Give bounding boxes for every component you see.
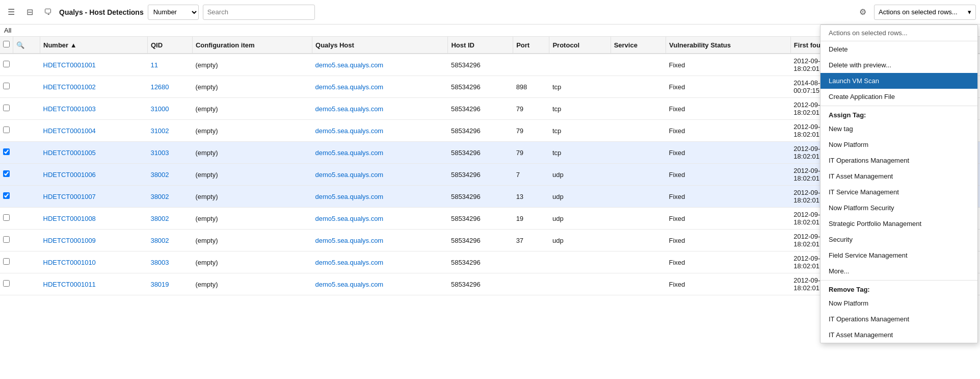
row-number[interactable]: HDETCT0001010 xyxy=(40,251,148,273)
row-checkbox-cell[interactable] xyxy=(0,142,13,164)
row-number[interactable]: HDETCT0001005 xyxy=(40,142,148,164)
search-icon[interactable]: 🔍 xyxy=(16,41,24,49)
row-number[interactable]: HDETCT0001003 xyxy=(40,98,148,120)
row-vuln-status: Fixed xyxy=(666,208,791,230)
row-checkbox[interactable] xyxy=(3,61,10,67)
row-checkbox[interactable] xyxy=(3,192,10,199)
th-port[interactable]: Port xyxy=(513,37,549,54)
row-number[interactable]: HDETCT0001001 xyxy=(40,54,148,76)
menu-item[interactable]: Launch VM Scan xyxy=(820,73,977,89)
th-protocol[interactable]: Protocol xyxy=(549,37,611,54)
row-qid[interactable]: 31003 xyxy=(147,142,192,164)
gear-icon[interactable]: ⚙ xyxy=(856,5,870,19)
select-all-checkbox[interactable] xyxy=(3,41,10,47)
menu-item[interactable]: Delete with preview... xyxy=(820,57,977,73)
row-checkbox-cell[interactable] xyxy=(0,251,13,273)
row-checkbox[interactable] xyxy=(3,214,10,221)
assign-tag-item[interactable]: Now Platform xyxy=(820,137,977,153)
row-qualys-host[interactable]: demo5.sea.qualys.com xyxy=(312,54,448,76)
row-qid[interactable]: 12680 xyxy=(147,76,192,98)
th-host-id[interactable]: Host ID xyxy=(448,37,513,54)
assign-tag-item[interactable]: Field Service Management xyxy=(820,247,977,263)
assign-tag-item[interactable]: Now Platform Security xyxy=(820,200,977,216)
row-checkbox[interactable] xyxy=(3,83,10,89)
assign-tag-item[interactable]: Security xyxy=(820,232,977,247)
assign-tag-item[interactable]: IT Operations Management xyxy=(820,153,977,168)
remove-tag-item[interactable]: IT Operations Management xyxy=(820,311,977,327)
actions-dropdown[interactable]: Actions on selected rows... ▾ xyxy=(874,5,976,20)
th-qualys-host[interactable]: Qualys Host xyxy=(312,37,448,54)
row-number[interactable]: HDETCT0001002 xyxy=(40,76,148,98)
row-checkbox[interactable] xyxy=(3,170,10,177)
th-number[interactable]: Number ▲ xyxy=(40,37,148,54)
row-number[interactable]: HDETCT0001004 xyxy=(40,120,148,142)
assign-tag-item[interactable]: IT Service Management xyxy=(820,184,977,200)
row-empty-cell xyxy=(13,76,40,98)
menu-item[interactable]: Create Application File xyxy=(820,89,977,105)
row-checkbox-cell[interactable] xyxy=(0,54,13,76)
row-qid[interactable]: 38003 xyxy=(147,251,192,273)
assign-tag-item[interactable]: Strategic Portfolio Management xyxy=(820,216,977,232)
assign-tag-item[interactable]: New tag xyxy=(820,121,977,137)
row-protocol: tcp xyxy=(549,120,611,142)
row-checkbox-cell[interactable] xyxy=(0,230,13,251)
row-qualys-host[interactable]: demo5.sea.qualys.com xyxy=(312,273,448,295)
select-all-header[interactable] xyxy=(0,37,13,54)
row-qualys-host[interactable]: demo5.sea.qualys.com xyxy=(312,208,448,230)
row-checkbox-cell[interactable] xyxy=(0,76,13,98)
row-qid[interactable]: 11 xyxy=(147,54,192,76)
row-checkbox-cell[interactable] xyxy=(0,273,13,295)
row-port xyxy=(513,251,549,273)
row-qid[interactable]: 38002 xyxy=(147,230,192,251)
filter-icon[interactable]: ⊟ xyxy=(22,5,37,19)
row-qid[interactable]: 31002 xyxy=(147,120,192,142)
row-checkbox[interactable] xyxy=(3,258,10,265)
menu-item[interactable]: Delete xyxy=(820,41,977,57)
menu-divider-1 xyxy=(820,106,977,106)
row-vuln-status: Fixed xyxy=(666,142,791,164)
row-port: 79 xyxy=(513,98,549,120)
row-checkbox-cell[interactable] xyxy=(0,164,13,186)
row-checkbox[interactable] xyxy=(3,280,10,287)
row-number[interactable]: HDETCT0001006 xyxy=(40,164,148,186)
row-number[interactable]: HDETCT0001011 xyxy=(40,273,148,295)
row-qualys-host[interactable]: demo5.sea.qualys.com xyxy=(312,251,448,273)
row-qid[interactable]: 38002 xyxy=(147,186,192,208)
hamburger-icon[interactable]: ☰ xyxy=(4,5,18,19)
search-input[interactable] xyxy=(203,5,315,20)
chat-icon[interactable]: 🗨 xyxy=(41,5,55,19)
row-qid[interactable]: 31000 xyxy=(147,98,192,120)
assign-tag-item[interactable]: IT Asset Management xyxy=(820,168,977,184)
row-vuln-status: Fixed xyxy=(666,230,791,251)
row-number[interactable]: HDETCT0001008 xyxy=(40,208,148,230)
remove-tag-item[interactable]: Now Platform xyxy=(820,295,977,311)
row-number[interactable]: HDETCT0001009 xyxy=(40,230,148,251)
row-qualys-host[interactable]: demo5.sea.qualys.com xyxy=(312,186,448,208)
row-qualys-host[interactable]: demo5.sea.qualys.com xyxy=(312,76,448,98)
remove-tag-item[interactable]: IT Asset Management xyxy=(820,327,977,343)
assign-tag-item[interactable]: More... xyxy=(820,263,977,279)
row-qid[interactable]: 38002 xyxy=(147,164,192,186)
row-number[interactable]: HDETCT0001007 xyxy=(40,186,148,208)
row-qualys-host[interactable]: demo5.sea.qualys.com xyxy=(312,98,448,120)
row-checkbox[interactable] xyxy=(3,127,10,133)
row-qualys-host[interactable]: demo5.sea.qualys.com xyxy=(312,142,448,164)
row-checkbox-cell[interactable] xyxy=(0,208,13,230)
row-checkbox[interactable] xyxy=(3,105,10,111)
row-checkbox[interactable] xyxy=(3,236,10,243)
th-service[interactable]: Service xyxy=(611,37,666,54)
row-checkbox[interactable] xyxy=(3,148,10,155)
th-config-item[interactable]: Configuration item xyxy=(192,37,312,54)
row-qualys-host[interactable]: demo5.sea.qualys.com xyxy=(312,120,448,142)
row-qid[interactable]: 38019 xyxy=(147,273,192,295)
th-vuln-status[interactable]: Vulnerability Status xyxy=(666,37,791,54)
row-qualys-host[interactable]: demo5.sea.qualys.com xyxy=(312,230,448,251)
row-checkbox-cell[interactable] xyxy=(0,186,13,208)
row-checkbox-cell[interactable] xyxy=(0,98,13,120)
filter-select[interactable]: Number xyxy=(148,5,199,20)
row-checkbox-cell[interactable] xyxy=(0,120,13,142)
row-qualys-host[interactable]: demo5.sea.qualys.com xyxy=(312,164,448,186)
th-qid[interactable]: QID xyxy=(147,37,192,54)
menu-top-item: Actions on selected rows... xyxy=(820,25,977,41)
row-qid[interactable]: 38002 xyxy=(147,208,192,230)
